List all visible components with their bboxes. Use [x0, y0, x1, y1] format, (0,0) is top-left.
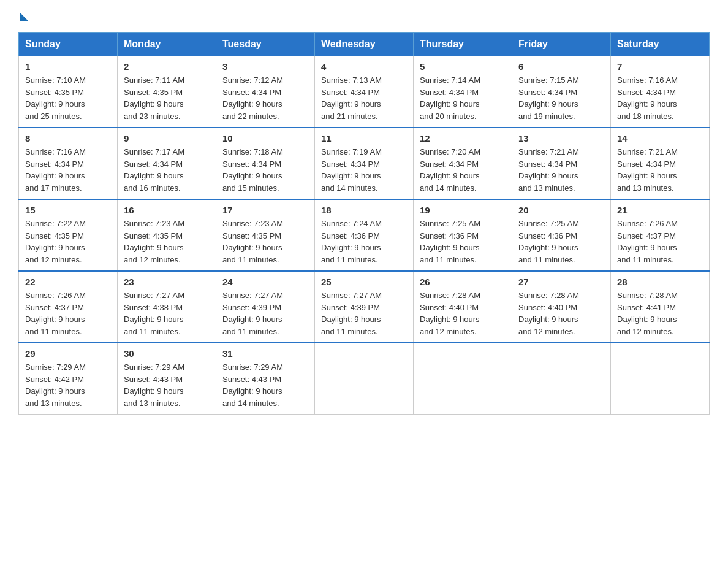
calendar-cell: 10Sunrise: 7:18 AMSunset: 4:34 PMDayligh…	[216, 128, 315, 199]
day-number: 13	[518, 133, 604, 144]
day-number: 10	[222, 133, 308, 144]
day-number: 3	[222, 61, 308, 72]
day-info: Sunrise: 7:27 AMSunset: 4:39 PMDaylight:…	[222, 289, 308, 337]
calendar-cell: 20Sunrise: 7:25 AMSunset: 4:36 PMDayligh…	[512, 199, 611, 271]
calendar-week-row: 8Sunrise: 7:16 AMSunset: 4:34 PMDaylight…	[19, 128, 710, 199]
day-number: 6	[518, 61, 604, 72]
header-saturday: Saturday	[611, 33, 710, 56]
header-thursday: Thursday	[414, 33, 512, 56]
day-info: Sunrise: 7:16 AMSunset: 4:34 PMDaylight:…	[25, 146, 111, 194]
day-info: Sunrise: 7:23 AMSunset: 4:35 PMDaylight:…	[124, 218, 210, 266]
calendar-cell: 8Sunrise: 7:16 AMSunset: 4:34 PMDaylight…	[19, 128, 118, 199]
calendar-cell: 29Sunrise: 7:29 AMSunset: 4:42 PMDayligh…	[19, 343, 118, 415]
day-info: Sunrise: 7:12 AMSunset: 4:34 PMDaylight:…	[222, 74, 308, 122]
calendar-cell: 4Sunrise: 7:13 AMSunset: 4:34 PMDaylight…	[315, 56, 414, 128]
calendar-cell: 2Sunrise: 7:11 AMSunset: 4:35 PMDaylight…	[118, 56, 216, 128]
day-number: 17	[222, 205, 308, 215]
day-number: 22	[25, 277, 111, 287]
header-monday: Monday	[118, 33, 216, 56]
day-number: 19	[420, 205, 506, 215]
calendar-cell: 17Sunrise: 7:23 AMSunset: 4:35 PMDayligh…	[216, 199, 315, 271]
day-number: 5	[420, 61, 506, 72]
logo	[18, 12, 28, 20]
day-number: 16	[124, 205, 210, 215]
calendar-cell: 28Sunrise: 7:28 AMSunset: 4:41 PMDayligh…	[611, 271, 710, 343]
day-number: 26	[420, 277, 506, 287]
day-number: 25	[321, 277, 407, 287]
day-number: 9	[124, 133, 210, 144]
calendar-cell	[611, 343, 710, 415]
calendar-cell: 19Sunrise: 7:25 AMSunset: 4:36 PMDayligh…	[414, 199, 512, 271]
calendar-week-row: 22Sunrise: 7:26 AMSunset: 4:37 PMDayligh…	[19, 271, 710, 343]
day-info: Sunrise: 7:24 AMSunset: 4:36 PMDaylight:…	[321, 218, 407, 266]
day-info: Sunrise: 7:29 AMSunset: 4:43 PMDaylight:…	[222, 361, 308, 409]
calendar-cell: 24Sunrise: 7:27 AMSunset: 4:39 PMDayligh…	[216, 271, 315, 343]
calendar-cell: 18Sunrise: 7:24 AMSunset: 4:36 PMDayligh…	[315, 199, 414, 271]
calendar-cell: 1Sunrise: 7:10 AMSunset: 4:35 PMDaylight…	[19, 56, 118, 128]
day-info: Sunrise: 7:21 AMSunset: 4:34 PMDaylight:…	[518, 146, 604, 194]
day-info: Sunrise: 7:29 AMSunset: 4:42 PMDaylight:…	[25, 361, 111, 409]
day-number: 23	[124, 277, 210, 287]
day-number: 8	[25, 133, 111, 144]
day-number: 2	[124, 61, 210, 72]
calendar-header-row: SundayMondayTuesdayWednesdayThursdayFrid…	[19, 33, 710, 56]
day-number: 1	[25, 61, 111, 72]
day-info: Sunrise: 7:16 AMSunset: 4:34 PMDaylight:…	[617, 74, 703, 122]
calendar-cell	[414, 343, 512, 415]
day-info: Sunrise: 7:18 AMSunset: 4:34 PMDaylight:…	[222, 146, 308, 194]
day-info: Sunrise: 7:13 AMSunset: 4:34 PMDaylight:…	[321, 74, 407, 122]
day-info: Sunrise: 7:21 AMSunset: 4:34 PMDaylight:…	[617, 146, 703, 194]
header-wednesday: Wednesday	[315, 33, 414, 56]
day-number: 11	[321, 133, 407, 144]
day-info: Sunrise: 7:20 AMSunset: 4:34 PMDaylight:…	[420, 146, 506, 194]
calendar-cell: 27Sunrise: 7:28 AMSunset: 4:40 PMDayligh…	[512, 271, 611, 343]
day-info: Sunrise: 7:10 AMSunset: 4:35 PMDaylight:…	[25, 74, 111, 122]
calendar-table: SundayMondayTuesdayWednesdayThursdayFrid…	[18, 32, 710, 415]
calendar-cell: 15Sunrise: 7:22 AMSunset: 4:35 PMDayligh…	[19, 199, 118, 271]
day-info: Sunrise: 7:25 AMSunset: 4:36 PMDaylight:…	[420, 218, 506, 266]
day-number: 27	[518, 277, 604, 287]
day-number: 12	[420, 133, 506, 144]
day-info: Sunrise: 7:14 AMSunset: 4:34 PMDaylight:…	[420, 74, 506, 122]
calendar-cell: 3Sunrise: 7:12 AMSunset: 4:34 PMDaylight…	[216, 56, 315, 128]
day-number: 7	[617, 61, 703, 72]
day-info: Sunrise: 7:25 AMSunset: 4:36 PMDaylight:…	[518, 218, 604, 266]
header-friday: Friday	[512, 33, 611, 56]
day-info: Sunrise: 7:19 AMSunset: 4:34 PMDaylight:…	[321, 146, 407, 194]
day-number: 4	[321, 61, 407, 72]
calendar-cell: 5Sunrise: 7:14 AMSunset: 4:34 PMDaylight…	[414, 56, 512, 128]
calendar-cell: 11Sunrise: 7:19 AMSunset: 4:34 PMDayligh…	[315, 128, 414, 199]
calendar-week-row: 29Sunrise: 7:29 AMSunset: 4:42 PMDayligh…	[19, 343, 710, 415]
calendar-week-row: 15Sunrise: 7:22 AMSunset: 4:35 PMDayligh…	[19, 199, 710, 271]
calendar-cell: 30Sunrise: 7:29 AMSunset: 4:43 PMDayligh…	[118, 343, 216, 415]
day-number: 30	[124, 348, 210, 359]
calendar-cell: 26Sunrise: 7:28 AMSunset: 4:40 PMDayligh…	[414, 271, 512, 343]
day-number: 28	[617, 277, 703, 287]
calendar-cell: 13Sunrise: 7:21 AMSunset: 4:34 PMDayligh…	[512, 128, 611, 199]
day-info: Sunrise: 7:26 AMSunset: 4:37 PMDaylight:…	[617, 218, 703, 266]
day-info: Sunrise: 7:28 AMSunset: 4:40 PMDaylight:…	[420, 289, 506, 337]
day-number: 21	[617, 205, 703, 215]
day-info: Sunrise: 7:17 AMSunset: 4:34 PMDaylight:…	[124, 146, 210, 194]
day-number: 31	[222, 348, 308, 359]
day-number: 29	[25, 348, 111, 359]
day-number: 20	[518, 205, 604, 215]
calendar-cell: 7Sunrise: 7:16 AMSunset: 4:34 PMDaylight…	[611, 56, 710, 128]
calendar-cell	[512, 343, 611, 415]
calendar-cell: 14Sunrise: 7:21 AMSunset: 4:34 PMDayligh…	[611, 128, 710, 199]
day-number: 24	[222, 277, 308, 287]
day-info: Sunrise: 7:11 AMSunset: 4:35 PMDaylight:…	[124, 74, 210, 122]
calendar-cell	[315, 343, 414, 415]
day-info: Sunrise: 7:26 AMSunset: 4:37 PMDaylight:…	[25, 289, 111, 337]
day-number: 18	[321, 205, 407, 215]
calendar-cell: 6Sunrise: 7:15 AMSunset: 4:34 PMDaylight…	[512, 56, 611, 128]
calendar-cell: 9Sunrise: 7:17 AMSunset: 4:34 PMDaylight…	[118, 128, 216, 199]
calendar-cell: 22Sunrise: 7:26 AMSunset: 4:37 PMDayligh…	[19, 271, 118, 343]
calendar-cell: 12Sunrise: 7:20 AMSunset: 4:34 PMDayligh…	[414, 128, 512, 199]
calendar-week-row: 1Sunrise: 7:10 AMSunset: 4:35 PMDaylight…	[19, 56, 710, 128]
calendar-cell: 31Sunrise: 7:29 AMSunset: 4:43 PMDayligh…	[216, 343, 315, 415]
day-info: Sunrise: 7:27 AMSunset: 4:39 PMDaylight:…	[321, 289, 407, 337]
day-info: Sunrise: 7:15 AMSunset: 4:34 PMDaylight:…	[518, 74, 604, 122]
day-info: Sunrise: 7:29 AMSunset: 4:43 PMDaylight:…	[124, 361, 210, 409]
day-number: 15	[25, 205, 111, 215]
